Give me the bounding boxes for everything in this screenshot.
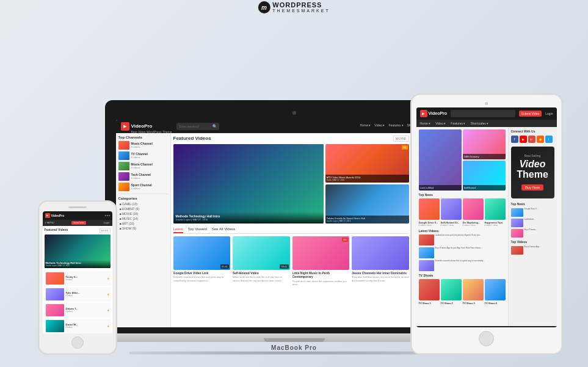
category-art[interactable]: ■ ART (10) [118,222,168,225]
tablet-gp-icon[interactable]: g+ [528,136,535,143]
tablet-tv-2[interactable]: TV Show 2 [441,279,462,305]
channel-item-2[interactable]: TV Channel 4 videos [118,151,168,160]
side-video-1-meta: Emilia | MAY 27, 2016 [327,179,408,181]
tablet-nav-video[interactable]: Video ▾ [435,122,446,125]
tablet-social-icons: f ▶ g+ ◉ t [511,136,554,143]
tablet-submit-btn[interactable]: Submit Video [519,111,542,117]
tablet-connect-title: Connect With Us [511,129,554,133]
tablet-nav-features[interactable]: Features ▾ [451,122,465,125]
phone-home-button[interactable] [71,336,84,349]
tablet-news-item-2[interactable]: Buy it Frames App for your App Store Now… [419,247,506,258]
phone-channel-item[interactable]: Dakota T... 4 videos ★ [45,303,111,318]
phone-channel-list: Trinity G... 4 videos ★ Tyler Allen... 4… [43,271,112,333]
tablet-tv-4-title: TV Show 4 [485,302,506,305]
tablet-nav-shortcodes[interactable]: Shortcodes ▾ [470,122,488,125]
logo-text: VideoPro [131,123,153,129]
tab-top-viewed[interactable]: Top Viewed [188,227,207,233]
category-show[interactable]: ■ SHOW (9) [118,227,168,230]
tablet-featured-grid: Love is Blind GBB Grammy [419,129,506,191]
tablet-tw-icon[interactable]: t [545,136,553,143]
tablet-tv-1[interactable]: TV Show 1 [419,279,440,305]
video-card-title-3: Little Night Music In Perth Contemporary [292,271,350,279]
video-card-4[interactable]: Jessie Channels Her Inner Dominatrix The… [352,236,409,286]
phone-featured-img[interactable]: Methode Technology Hall Intro Josefin Lo… [45,234,111,268]
phone-bezel: ▶ VideoPro ≡ MENU Submit Video Login [38,200,117,355]
phone-channel-item[interactable]: Trinity G... 4 videos ★ [45,271,111,286]
featured-side-videos: HD MTV Video Music Awards 2014 Emilia | … [325,144,409,223]
phone-featured-section: Featured Videos MORE Methode Technology … [43,226,112,271]
video-card-2[interactable]: 00:41 Self-Hosted Video When work interf… [233,236,290,286]
logo-play-icon: ▶ [121,122,129,131]
phone-submit-btn[interactable]: Submit Video [71,221,86,225]
tablet-buy-now-btn[interactable]: Buy Now [521,184,543,191]
tablet-search[interactable] [451,110,515,117]
tablet-video-2[interactable]: Self-Hosted Cl... 4 videos • views [441,198,462,227]
category-movie[interactable]: ■ MOVIE (16) [118,212,168,216]
tablet-sidebar-news-1[interactable]: Google Drive V... [511,208,554,217]
tablet-news-item-1[interactable]: Laudantium esse quod sint pariatur elige… [419,234,506,245]
tablet-feat-3[interactable]: SelfHosted [463,161,506,191]
phone-login[interactable]: Login [104,221,110,224]
tablet-tv-2-title: TV Show 2 [441,302,462,305]
tablet-screen: ▶ VideoPro Submit Video Login Home ▾ Vid… [416,107,557,327]
tablet-video-1-meta: 4 videos • views [419,224,440,227]
wp-m-logo: m [258,1,270,13]
featured-side-video-2[interactable]: Telstra Unveils Its Smart Home Hub Josef… [325,184,409,223]
featured-main-video[interactable]: Methode Technology Hall Intro Josefin Lo… [173,144,324,223]
tablet-sidebar-news-3[interactable]: Buy it Frames... [511,229,554,238]
tablet-nav-home[interactable]: Home ▾ [420,122,431,125]
tablet-video-3[interactable]: Go Skydiving... 4 videos • views [463,198,484,227]
category-music[interactable]: ■ MUSIC (14) [118,217,168,220]
channel-item-5[interactable]: Sport Channel 4 videos [118,183,168,191]
phone-menu-text: ≡ MENU [45,221,54,224]
phone-channel-item[interactable]: Daniel W... 4 videos ★ [45,319,111,333]
category-game[interactable]: ■ GAME (13) [118,202,168,206]
channel-item-3[interactable]: Movie Channel 4 videos [118,162,168,170]
macbook-shadow [129,351,459,355]
tab-see-all[interactable]: See All Videos [212,227,236,233]
more-link[interactable]: MORE [393,136,409,142]
categories-title: Categories [118,197,168,200]
nav-features[interactable]: Features ▾ [388,123,403,129]
video-card-desc-4: They also feel less stress, are more fun… [352,275,409,282]
tablet-video-4[interactable]: Happiness Tips 4 videos • views [485,198,506,227]
channel-item-1[interactable]: Music Channel 4 videos [118,141,168,150]
phone-menu-bar: ≡ MENU Submit Video Login [43,220,112,226]
video-card-1[interactable]: 03:41 Google Drive Video Link Scientific… [173,236,231,286]
tablet-feat-2[interactable]: GBB Grammy [463,129,506,159]
phone-dots [105,215,110,216]
nav-video[interactable]: Video ▾ [374,123,385,129]
search-bar[interactable]: Enter keyword 🔍 [176,123,219,130]
phone-channel-item[interactable]: Tyler Allen... 4 videos ★ [45,287,111,302]
main-content: Featured Videos MORE Methode Technology … [171,133,412,327]
video-card-title-2: Self-Hosted Video [233,271,290,275]
featured-side-video-1[interactable]: HD MTV Video Music Awards 2014 Emilia | … [325,144,409,183]
tablet-fb-icon[interactable]: f [511,136,518,143]
video-card-3[interactable]: HD Little Night Music In Perth Contempor… [292,236,350,286]
tab-latest[interactable]: Latest [173,227,183,233]
tablet-play-icon: ▶ [420,110,427,117]
tablet-yt-icon[interactable]: ▶ [520,136,527,143]
tablet-home-button[interactable] [479,331,494,346]
tablet-tv-3[interactable]: TV Show 3 [463,279,484,305]
tablet-video-1[interactable]: Google Drive V... 4 videos • views [419,198,440,227]
nav-home[interactable]: Home ▾ [360,123,371,129]
tablet-video-2-title: Self-Hosted Cl... [441,221,462,224]
phone-more[interactable]: MORE [100,228,111,233]
tablet-video-row-1: Google Drive V... 4 videos • views Self-… [419,198,506,227]
phone-featured-title: Featured Videos [45,228,68,231]
tablet-feat-1[interactable]: Love is Blind [419,129,462,191]
tablet-video-3-title: Go Skydiving... [463,221,484,224]
tablet-tv-4[interactable]: TV Show 4 [485,279,506,305]
phone-channel-meta: 4 videos [66,278,105,281]
tablet-sidebar-top-video-1[interactable]: Buy a Frames App... [511,246,554,255]
tablet-feat-1-title: Love is Blind [420,186,460,189]
tablet-sidebar-news-2[interactable]: Laudantium... [511,219,554,227]
tablet-news-item-3[interactable]: Scientific research shows this is a grea… [419,260,506,271]
tablet-login-btn[interactable]: Login [545,112,553,115]
tablet-video-row-2: TV Show 1 TV Show 2 TV Show 3 [419,279,506,305]
category-kombat[interactable]: ■ KOMBAT (9) [118,207,168,211]
channel-item-4[interactable]: Tech Channel 4 videos [118,172,168,181]
tablet-rss-icon[interactable]: ◉ [537,136,544,143]
tablet-logo: ▶ VideoPro [420,110,448,117]
